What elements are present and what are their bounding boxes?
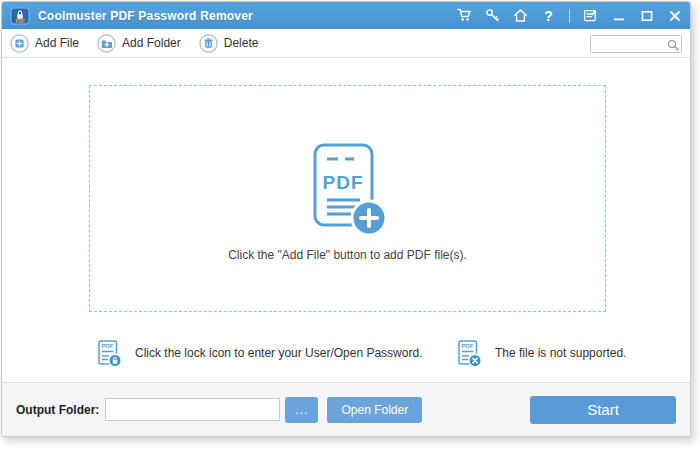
pdf-icon-label: PDF	[322, 172, 363, 193]
titlebar: PDF Coolmuster PDF Password Remover	[2, 2, 690, 29]
delete-icon	[199, 34, 218, 53]
close-button[interactable]	[667, 8, 682, 23]
output-folder-label: Output Folder:	[16, 403, 99, 417]
delete-label: Delete	[224, 36, 259, 50]
start-button[interactable]: Start	[530, 396, 676, 424]
pdf-add-icon: PDF	[302, 142, 394, 242]
pdf-lock-icon-label: PDF	[102, 343, 114, 349]
delete-button[interactable]: Delete	[199, 34, 259, 53]
browse-button[interactable]: ...	[285, 397, 318, 423]
minimize-button[interactable]	[611, 8, 626, 23]
hint-unsupported: PDF The file is not supported.	[457, 338, 626, 368]
hint-lock-text: Click the lock icon to enter your User/O…	[135, 346, 422, 360]
open-folder-button[interactable]: Open Folder	[327, 397, 422, 423]
add-file-button[interactable]: Add File	[10, 34, 79, 53]
titlebar-actions: ?	[457, 8, 682, 23]
help-icon[interactable]: ?	[541, 8, 556, 23]
maximize-button[interactable]	[639, 8, 654, 23]
add-folder-label: Add Folder	[122, 36, 181, 50]
add-file-icon	[10, 34, 29, 53]
output-folder-input[interactable]	[105, 398, 280, 421]
app-icon-pdf-label: PDF	[15, 19, 24, 24]
pdf-lock-icon: PDF	[97, 339, 122, 368]
add-folder-button[interactable]: Add Folder	[97, 34, 181, 53]
add-folder-icon	[97, 34, 116, 53]
pdf-unsupported-icon: PDF	[457, 339, 482, 368]
dropzone[interactable]: PDF Click the "Add File" button to add P…	[89, 85, 606, 312]
add-file-label: Add File	[35, 36, 79, 50]
window-title: Coolmuster PDF Password Remover	[38, 9, 253, 23]
key-icon[interactable]	[485, 8, 500, 23]
main-content: PDF Click the "Add File" button to add P…	[2, 58, 690, 382]
dropzone-hint: Click the "Add File" button to add PDF f…	[228, 248, 467, 262]
feedback-icon[interactable]	[583, 8, 598, 23]
hint-unsupported-text: The file is not supported.	[495, 346, 626, 360]
pdf-unsupported-icon-label: PDF	[462, 343, 474, 349]
cart-icon[interactable]	[457, 8, 472, 23]
home-icon[interactable]	[513, 8, 528, 23]
app-icon: PDF	[10, 6, 30, 26]
footer: Output Folder: ... Open Folder Start	[2, 382, 690, 436]
hint-lock: PDF Click the lock icon to enter your Us…	[97, 338, 422, 368]
toolbar: Add File Add Folder Delete	[2, 29, 690, 58]
app-window: PDF Coolmuster PDF Password Remover	[1, 1, 691, 437]
search-box	[590, 34, 682, 53]
titlebar-separator	[569, 9, 570, 23]
search-icon[interactable]	[667, 37, 679, 49]
